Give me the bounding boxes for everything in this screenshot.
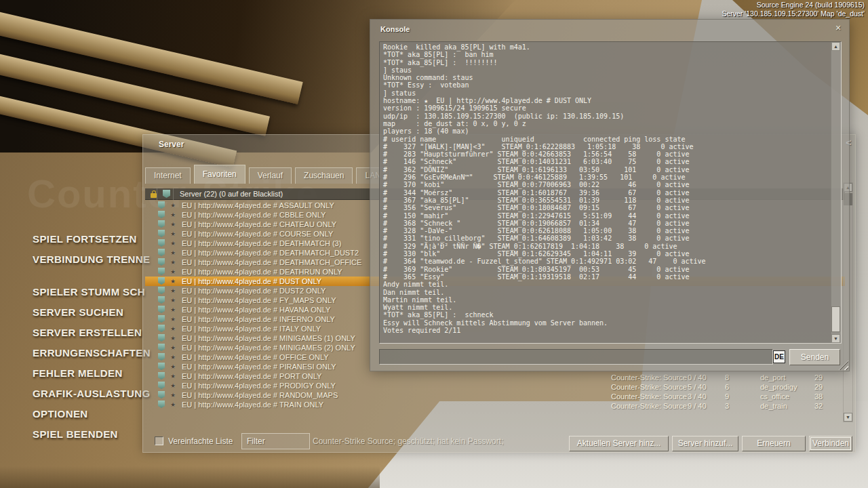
console-log: Rookie killed aka_85[PL] with m4a1.*TOT*…	[380, 42, 831, 343]
server-name: EU | http://www.4played.de # PIRANESI ON…	[182, 362, 336, 371]
menu-item[interactable]: SPIEL BEENDEN	[33, 428, 151, 441]
star-icon: ★	[170, 296, 176, 305]
menu-item[interactable]: SPIELER STUMM SCH	[33, 286, 151, 298]
console-line: # 146 "Schneck" STEAM_0:0:14031231 6:03:…	[383, 158, 831, 165]
filter-button[interactable]: Filter	[241, 433, 310, 449]
refresh-button[interactable]: Erneuern	[742, 436, 806, 451]
shield-icon	[158, 363, 165, 370]
tab[interactable]: Zuschauen	[295, 167, 353, 184]
lock-icon	[151, 190, 157, 198]
star-icon: ★	[170, 258, 176, 267]
menu-item[interactable]: FEHLER MELDEN	[33, 367, 151, 380]
console-line: ] staus	[383, 66, 831, 74]
players-cell: 9 / 40	[688, 401, 707, 411]
console-line: Dan nimmt teil.	[383, 289, 831, 296]
server-name: EU | http://www.4played.de # PRODIGY ONL…	[182, 381, 336, 390]
server-count-label: Server (22) (0 auf der Blacklist)	[180, 190, 283, 198]
add-server-button[interactable]: Server hinzuf...	[672, 436, 738, 451]
console-window: Konsole × Rookie killed aka_85[PL] with …	[370, 19, 850, 371]
menu-item[interactable]: SPIEL FORTSETZEN	[33, 233, 151, 245]
star-icon: ★	[170, 390, 176, 400]
console-line: # 283 "Hauptsturmführer" STEAM_0:0:42663…	[383, 150, 831, 158]
main-menu: SPIEL FORTSETZENVERBINDUNG TRENNESPIELER…	[33, 233, 151, 449]
console-line: Martin nimmt teil.	[383, 296, 831, 304]
server-footer: Vereinfachte Liste Filter Counter-Strike…	[143, 434, 855, 453]
server-row-columns[interactable]: Counter-Strike: Source 3 / 40 9 cs_offic…	[611, 392, 845, 401]
tab[interactable]: Internet	[145, 167, 191, 184]
latency-cell: 32	[814, 401, 823, 411]
console-line: # 364 "teamwod.de - Fuzzel_t_stoned" STE…	[383, 258, 831, 265]
engine-hud: Source Engine 24 (build 1909615) Server …	[722, 1, 865, 18]
menu-item[interactable]: ERRUNGENSCHAFTEN	[33, 347, 151, 359]
resize-grip[interactable]	[839, 361, 848, 370]
tab[interactable]: Favoriten	[194, 165, 245, 184]
console-input[interactable]	[379, 349, 773, 365]
server-row-columns[interactable]: Counter-Strike: Source 0 / 40 8 de_port …	[611, 373, 845, 382]
console-scrollbar[interactable]: ▲ ▼	[831, 42, 841, 343]
header-divider	[157, 188, 157, 200]
server-row-columns[interactable]: Counter-Strike: Source 9 / 40 3 de_train…	[611, 401, 845, 411]
shield-icon	[158, 306, 165, 313]
menu-item[interactable]: OPTIONEN	[33, 408, 151, 420]
shield-icon	[158, 382, 165, 389]
server-name: EU | http://www.4played.de # HAVANA ONLY	[182, 305, 330, 314]
server-name: EU | http://www.4played.de # DEATHMATCH_…	[182, 248, 359, 258]
game-cell: Counter-Strike: Source	[611, 382, 687, 392]
console-line: version : 1909615/24 1909615 secure	[383, 104, 831, 112]
console-line: Unknown command: staus	[383, 74, 831, 81]
console-line: # 296 "GsEvRMeAnN™" STEAM_0:0:46125889 1…	[383, 174, 831, 181]
tab[interactable]: Verlauf	[249, 167, 292, 184]
latency-cell: 38	[814, 392, 823, 401]
server-name: EU | http://www.4played.de # MINIGAMES (…	[182, 343, 355, 352]
bots-cell: 9	[725, 392, 729, 401]
shield-icon	[158, 249, 165, 256]
scroll-down-icon[interactable]: ▼	[844, 413, 852, 422]
game-cell: Counter-Strike: Source	[611, 401, 687, 411]
server-name: EU | http://www.4played.de # TRAIN ONLY	[182, 400, 323, 409]
shield-icon	[158, 277, 165, 285]
simplified-list-checkbox[interactable]	[155, 436, 163, 445]
server-name: EU | http://www.4played.de # ASSAULT ONL…	[182, 201, 334, 210]
menu-item[interactable]: SERVER ERSTELLEN	[33, 327, 151, 339]
star-icon: ★	[170, 220, 176, 229]
filter-status-text: Counter-Strike Source; geschützt; hat ke…	[313, 436, 503, 446]
shield-icon	[158, 239, 165, 247]
keyboard-language-indicator[interactable]: DE	[773, 350, 785, 363]
bots-cell: 3	[725, 401, 729, 411]
server-name: EU | http://www.4played.de # CBBLE ONLY	[182, 210, 326, 220]
server-address-text: Server '130.185.109.15:27300' Map 'de_du…	[722, 9, 865, 18]
map-cell: de_prodigy	[760, 382, 797, 392]
console-line: hostname: ★ EU | http://www.4played.de #…	[383, 97, 831, 104]
server-name: EU | http://www.4played.de # DEATHMATCH_…	[182, 258, 361, 267]
shield-icon	[158, 315, 165, 323]
console-line: Rookie killed aka_85[PL] with m4a1.	[383, 43, 831, 51]
scroll-down-icon[interactable]: ▼	[831, 334, 840, 343]
star-icon: ★	[170, 267, 176, 277]
scroll-up-icon[interactable]: ▲	[831, 42, 840, 51]
star-icon: ★	[170, 239, 176, 248]
console-line: *TOT* Essy : voteban	[383, 81, 831, 89]
shield-icon	[158, 391, 165, 399]
console-line: # 331 "tino_cilleborg" STEAM_0:1:6460838…	[383, 235, 831, 242]
server-name: EU | http://www.4played.de # OFFICE ONLY	[182, 352, 329, 362]
send-button[interactable]: Senden	[789, 349, 840, 365]
console-line: # 150 "mahir" STEAM_0:1:22947615 5:51:09…	[383, 212, 831, 220]
menu-item[interactable]: GRAFIK-AUSLASTUNG	[33, 388, 151, 400]
players-cell: 3 / 40	[688, 392, 707, 401]
console-line: # userid name uniqueid connected ping lo…	[383, 136, 831, 143]
close-icon[interactable]: ×	[833, 22, 844, 33]
menu-item[interactable]: VERBINDUNG TRENNE	[33, 253, 151, 266]
star-icon: ★	[170, 314, 176, 324]
scrollbar-thumb[interactable]	[831, 306, 840, 332]
server-row-columns[interactable]: Counter-Strike: Source 5 / 40 6 de_prodi…	[611, 382, 845, 392]
shield-icon	[158, 220, 165, 228]
add-current-server-button[interactable]: Aktuellen Server hinz...	[569, 436, 669, 451]
bg-floor-shadow	[0, 466, 380, 488]
latency-cell: 29	[814, 382, 823, 392]
server-name: EU | http://www.4played.de # DEATHMATCH …	[182, 239, 341, 248]
shield-icon	[158, 325, 165, 332]
menu-item[interactable]: SERVER SUCHEN	[33, 306, 151, 319]
console-line: *TOT* aka_85[PL] : ban him	[383, 51, 831, 58]
connect-button[interactable]: Verbinden	[809, 436, 852, 451]
server-name: EU | http://www.4played.de # ITALY ONLY	[182, 324, 321, 333]
